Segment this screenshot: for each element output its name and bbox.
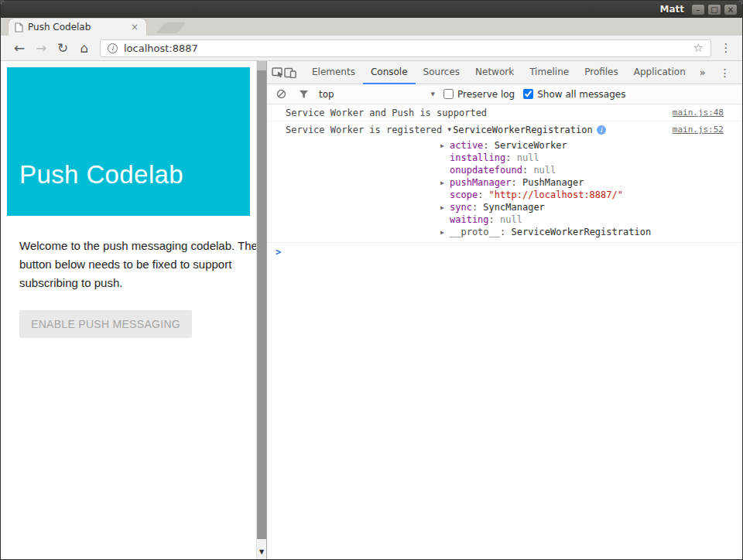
clear-console-button[interactable] [274,87,288,101]
window-controls: – □ × [691,4,738,15]
devtools-tab-profiles[interactable]: Profiles [577,61,626,84]
object-property[interactable]: ▶installingnull [440,152,724,164]
execution-context-selector[interactable]: top ▼ [319,89,435,100]
page-pane: Push Codelab Welcome to the push messagi… [1,61,266,559]
ban-icon [276,89,286,99]
forward-button[interactable]: → [30,37,52,59]
address-bar[interactable]: i localhost:8887 ☆ [100,39,711,57]
page-info-icon[interactable]: i [108,43,118,53]
enable-push-button[interactable]: ENABLE PUSH MESSAGING [19,310,192,338]
property-value: null [533,165,556,176]
more-tabs-icon[interactable]: » [693,67,712,78]
property-value: ServiceWorkerRegistration [511,227,651,237]
devtools-tabbar: Elements Console Sources Network Timelin… [267,61,742,84]
devtools-close-icon[interactable]: × [738,66,743,80]
property-key: scope [450,190,489,200]
window-close-button[interactable]: × [724,4,738,15]
page-title: Push Codelab [19,160,183,190]
console-input-row[interactable]: > [267,243,742,261]
expand-triangle-icon[interactable]: ▶ [440,204,450,211]
property-key: pushManager [450,177,522,188]
preserve-log-checkbox[interactable] [443,89,454,99]
filter-button[interactable] [296,87,310,101]
titlebar-user-label: Matt [659,4,684,15]
console-message: Service Worker is registered ▼ ServiceWo… [267,121,742,243]
console-message-text: Service Worker is registered [286,125,442,135]
device-toolbar-icon [284,67,296,78]
browser-menu-button[interactable]: ⋮ [717,41,734,55]
bookmark-star-icon[interactable]: ☆ [693,41,704,55]
web-page: Push Codelab Welcome to the push messagi… [1,61,256,559]
preserve-log-label: Preserve log [457,89,515,100]
scrollbar-thumb[interactable] [257,70,266,539]
object-info-icon[interactable]: i [597,125,606,135]
property-key: waiting [450,214,500,225]
object-preview[interactable]: ▼ ServiceWorkerRegistration i [447,125,605,135]
object-property[interactable]: ▶pushManagerPushManager [440,176,724,189]
window-maximize-button[interactable]: □ [707,4,721,15]
home-button[interactable]: ⌂ [74,37,95,59]
page-paragraph-line: Welcome to the push messaging codelab. T… [19,237,250,255]
devtools-tab-elements[interactable]: Elements [304,61,363,84]
collapse-triangle-icon[interactable]: ▼ [447,126,451,133]
property-value: "http://localhost:8887/" [489,190,623,200]
inspect-cursor-icon [272,67,284,78]
content-area: Push Codelab Welcome to the push messagi… [1,61,742,559]
devtools-tab-console[interactable]: Console [363,61,416,84]
expand-triangle-icon[interactable]: ▶ [440,142,450,149]
object-property[interactable]: ▶__proto__ServiceWorkerRegistration [440,226,724,238]
toggle-device-toolbar-button[interactable] [284,63,296,83]
property-key: __proto__ [450,227,511,237]
property-value: SyncManager [483,202,544,213]
address-bar-url[interactable]: localhost:8887 [124,43,687,54]
devtools-menu-icon[interactable]: ⋮ [712,67,738,79]
browser-toolbar: ← → ↻ ⌂ i localhost:8887 ☆ ⋮ [1,36,742,61]
object-property[interactable]: ▶waitingnull [440,213,724,226]
show-all-messages-checkbox[interactable] [523,89,533,99]
devtools-tab-application[interactable]: Application [626,61,693,84]
reload-button[interactable]: ↻ [52,37,74,59]
source-link[interactable]: main.js:52 [663,125,724,135]
property-key: installing [450,152,517,163]
object-property[interactable]: ▶syncSyncManager [440,201,724,213]
devtools-tab-network[interactable]: Network [467,61,522,84]
devtools-tabbar-right: » ⋮ × [693,66,743,80]
page-paragraph-line: subscribing to push. [19,274,250,292]
devtools-panel: Elements Console Sources Network Timelin… [266,61,742,559]
object-property[interactable]: ▶onupdatefoundnull [440,164,724,176]
funnel-icon [299,90,309,99]
browser-window: Matt – □ × Push Codelab × ← → ↻ ⌂ i loca… [0,0,743,560]
window-minimize-button[interactable]: – [691,4,705,15]
object-property-tree: ▶activeServiceWorker ▶installingnull ▶on… [440,139,724,238]
page-scrollbar[interactable]: ▼ [256,61,266,559]
tab-close-icon[interactable]: × [129,22,140,32]
tab-strip: Push Codelab × [1,18,742,36]
window-titlebar[interactable]: Matt – □ × [1,1,742,18]
scroll-up-button[interactable] [257,61,266,70]
devtools-tab-timeline[interactable]: Timeline [522,61,577,84]
inspect-element-button[interactable] [272,63,284,83]
object-name: ServiceWorkerRegistration [453,125,593,135]
property-key: sync [450,202,483,213]
expand-triangle-icon[interactable]: ▶ [440,179,450,186]
expand-triangle-icon[interactable]: ▶ [440,229,450,236]
chevron-down-icon: ▼ [431,91,435,97]
property-value: ServiceWorker [495,140,567,151]
devtools-tab-sources[interactable]: Sources [416,61,467,84]
preserve-log-option[interactable]: Preserve log [443,89,515,100]
property-value: PushManager [522,177,584,188]
new-tab-button[interactable] [156,22,187,33]
back-button[interactable]: ← [9,37,30,59]
browser-tab-push-codelab[interactable]: Push Codelab × [9,19,146,36]
page-paragraph-line: button below needs to be fixed to suppor… [19,255,250,274]
property-value: null [500,214,522,225]
show-all-messages-label: Show all messages [537,89,625,100]
property-value: null [517,152,539,163]
scroll-down-icon[interactable]: ▼ [257,548,266,555]
tab-title: Push Codelab [28,22,125,32]
object-property[interactable]: ▶scope"http://localhost:8887/" [440,189,724,201]
source-link[interactable]: main.js:48 [663,108,724,118]
show-all-messages-option[interactable]: Show all messages [523,89,625,100]
object-property[interactable]: ▶activeServiceWorker [440,139,724,152]
page-favicon-icon [15,22,23,32]
